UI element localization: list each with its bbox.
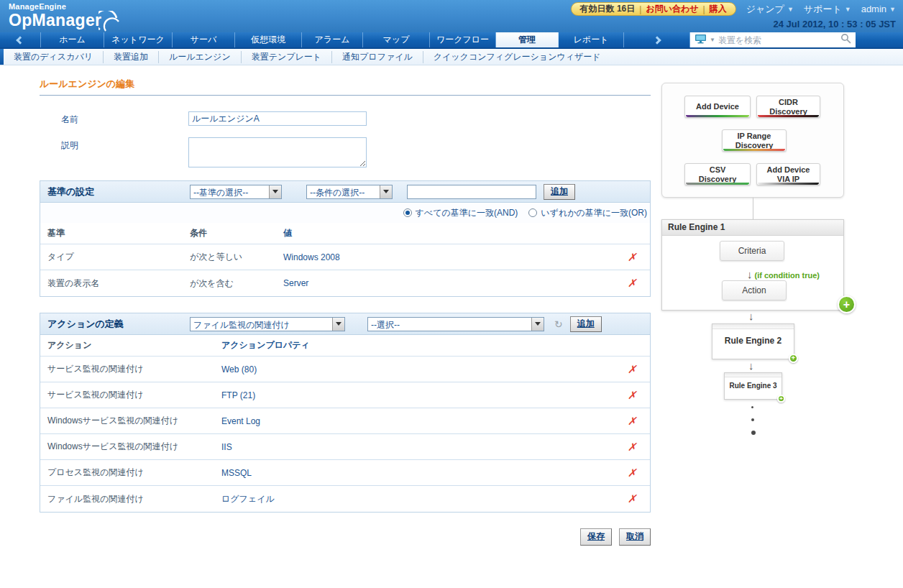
criteria-select[interactable]: --基準の選択-- bbox=[190, 185, 282, 199]
delete-icon[interactable]: ✗ bbox=[628, 363, 637, 375]
add-device-button[interactable]: Add Device bbox=[684, 96, 751, 118]
tab-virtual[interactable]: 仮想環境 bbox=[235, 32, 302, 47]
user-menu[interactable]: admin▼ bbox=[861, 4, 896, 14]
subnav-quick-config-wizard[interactable]: クイックコンフィグレーションウィザード bbox=[423, 51, 611, 63]
rule-engine-1-title: Rule Engine 1 bbox=[662, 220, 843, 236]
nav-next-button[interactable] bbox=[624, 32, 690, 47]
subnav-rule-engine[interactable]: ルールエンジン bbox=[159, 51, 242, 63]
chevron-down-icon[interactable]: ▼ bbox=[710, 37, 715, 43]
criteria-add-button[interactable]: 追加 bbox=[544, 184, 575, 200]
criteria-value-input[interactable] bbox=[407, 185, 536, 199]
rule-engine-1-box: Rule Engine 1 Criteria ↓ (if condition t… bbox=[661, 219, 844, 311]
tab-workflow[interactable]: ワークフロー bbox=[430, 32, 496, 47]
criterion-cell: 装置の表示名 bbox=[47, 277, 190, 290]
cancel-button[interactable]: 取消 bbox=[619, 528, 651, 546]
rule-engine-2-box[interactable]: Rule Engine 2 + bbox=[712, 323, 794, 359]
condition-cell: が次と等しい bbox=[190, 251, 283, 263]
rule-engine-form: 名前 説明 bbox=[40, 111, 651, 167]
description-field[interactable] bbox=[188, 137, 367, 167]
subnav-device-template[interactable]: 装置テンプレート bbox=[242, 51, 332, 63]
brand-top: ManageEngine bbox=[9, 2, 123, 11]
logo: ManageEngine OpManager bbox=[9, 2, 123, 35]
value-cell: Windows 2008 bbox=[283, 252, 614, 262]
ip-range-discovery-button[interactable]: IP Range Discovery bbox=[722, 129, 787, 152]
rule-engine-2-title: Rule Engine 2 bbox=[712, 336, 794, 346]
condition-select[interactable]: --条件の選択-- bbox=[306, 185, 393, 199]
csv-discovery-button[interactable]: CSV Discovery bbox=[684, 163, 751, 185]
tab-admin[interactable]: 管理 bbox=[496, 32, 559, 47]
tab-alarm[interactable]: アラーム bbox=[302, 32, 363, 47]
search-icon[interactable] bbox=[840, 33, 851, 47]
col-condition: 条件 bbox=[190, 227, 283, 239]
add-icon[interactable]: + bbox=[777, 395, 785, 403]
name-label: 名前 bbox=[40, 111, 188, 126]
delete-icon[interactable]: ✗ bbox=[628, 389, 637, 401]
cidr-discovery-button[interactable]: CIDR Discovery bbox=[756, 96, 820, 118]
property-cell: FTP (21) bbox=[221, 390, 614, 400]
actions-section-header: アクションの定義 ファイル監視の関連付け --選択-- ↻ 追加 bbox=[40, 313, 650, 335]
action-type-select[interactable]: ファイル監視の関連付け bbox=[190, 317, 345, 331]
tab-report[interactable]: レポート bbox=[559, 32, 624, 47]
criteria-node[interactable]: Criteria bbox=[720, 241, 784, 261]
ellipsis-dot bbox=[751, 406, 753, 408]
delete-icon[interactable]: ✗ bbox=[628, 441, 637, 453]
refresh-icon[interactable]: ↻ bbox=[554, 318, 563, 330]
subnav-add-device[interactable]: 装置追加 bbox=[104, 51, 159, 63]
action-cell: サービス監視の関連付け bbox=[47, 363, 221, 375]
add-rule-engine-icon[interactable]: + bbox=[838, 295, 856, 313]
monitor-icon[interactable] bbox=[695, 34, 707, 47]
criteria-section-header: 基準の設定 --基準の選択-- --条件の選択-- 追加 bbox=[40, 181, 650, 203]
actions-section-title: アクションの定義 bbox=[47, 318, 190, 331]
rule-engine-3-title: Rule Engine 3 bbox=[725, 382, 781, 390]
main-content: ルールエンジンの編集 名前 説明 基準の設定 --基準の選択-- --条件の選択… bbox=[40, 78, 651, 546]
license-days: 有効日数 16日 bbox=[580, 3, 636, 15]
delete-icon[interactable]: ✗ bbox=[628, 415, 637, 427]
action-row: Windowsサービス監視の関連付け IIS ✗ bbox=[40, 434, 650, 460]
action-add-button[interactable]: 追加 bbox=[570, 316, 602, 332]
arrow-down-icon: ↓ bbox=[748, 310, 754, 322]
tab-map[interactable]: マップ bbox=[363, 32, 430, 47]
flow-connector-line bbox=[753, 198, 753, 219]
property-cell: ログフェイル bbox=[221, 493, 614, 505]
chevron-down-icon: ▼ bbox=[845, 6, 851, 13]
action-cell: プロセス監視の関連付け bbox=[47, 467, 221, 479]
delete-icon[interactable]: ✗ bbox=[628, 251, 637, 263]
radio-match-any[interactable] bbox=[528, 208, 537, 217]
rule-engine-flow-panel: Add Device CIDR Discovery IP Range Disco… bbox=[661, 83, 845, 485]
name-field[interactable] bbox=[188, 111, 367, 126]
delete-icon[interactable]: ✗ bbox=[628, 277, 637, 289]
save-button[interactable]: 保存 bbox=[580, 528, 612, 546]
tab-server[interactable]: サーバ bbox=[173, 32, 235, 47]
action-row: サービス監視の関連付け Web (80) ✗ bbox=[40, 357, 650, 382]
criteria-row: 装置の表示名 が次を含む Server ✗ bbox=[40, 270, 650, 296]
rule-engine-3-box[interactable]: Rule Engine 3 + bbox=[724, 372, 782, 400]
col-value: 値 bbox=[283, 227, 614, 239]
property-cell: Event Log bbox=[221, 416, 614, 426]
action-row: Windowsサービス監視の関連付け Event Log ✗ bbox=[40, 408, 650, 434]
ellipsis-dot bbox=[751, 431, 756, 435]
add-icon[interactable]: + bbox=[789, 354, 798, 363]
action-target-select[interactable]: --選択-- bbox=[367, 317, 544, 331]
col-criterion: 基準 bbox=[47, 227, 190, 239]
search-input[interactable] bbox=[718, 35, 838, 45]
delete-icon[interactable]: ✗ bbox=[628, 467, 637, 479]
app-header: ManageEngine OpManager 有効日数 16日 | お問い合わせ… bbox=[0, 0, 903, 32]
main-nav: ホーム ネットワーク サーバ 仮想環境 アラーム マップ ワークフロー 管理 レ… bbox=[0, 32, 903, 49]
add-device-via-ip-button[interactable]: Add Device VIA IP bbox=[756, 163, 820, 185]
action-node[interactable]: Action bbox=[722, 280, 787, 300]
chevron-left-icon bbox=[16, 36, 24, 44]
contact-link[interactable]: お問い合わせ bbox=[646, 3, 698, 15]
actions-section: アクションの定義 ファイル監視の関連付け --選択-- ↻ 追加 アクション ア… bbox=[40, 313, 651, 513]
nav-filler bbox=[856, 32, 903, 47]
jump-menu[interactable]: ジャンプ▼ bbox=[746, 3, 794, 16]
support-menu[interactable]: サポート▼ bbox=[804, 3, 851, 16]
match-mode-row: すべての基準に一致(AND) いずれかの基準に一致(OR) bbox=[40, 203, 650, 223]
subnav-device-discovery[interactable]: 装置のディスカバリ bbox=[4, 51, 104, 63]
brand-main: OpManager bbox=[9, 11, 101, 30]
radio-match-all[interactable] bbox=[403, 208, 412, 217]
purchase-link[interactable]: 購入 bbox=[710, 3, 727, 15]
delete-icon[interactable]: ✗ bbox=[628, 492, 637, 505]
subnav-notification-profile[interactable]: 通知プロファイル bbox=[332, 51, 423, 63]
action-cell: Windowsサービス監視の関連付け bbox=[47, 441, 221, 453]
arrow-down-icon: ↓ bbox=[748, 359, 754, 372]
